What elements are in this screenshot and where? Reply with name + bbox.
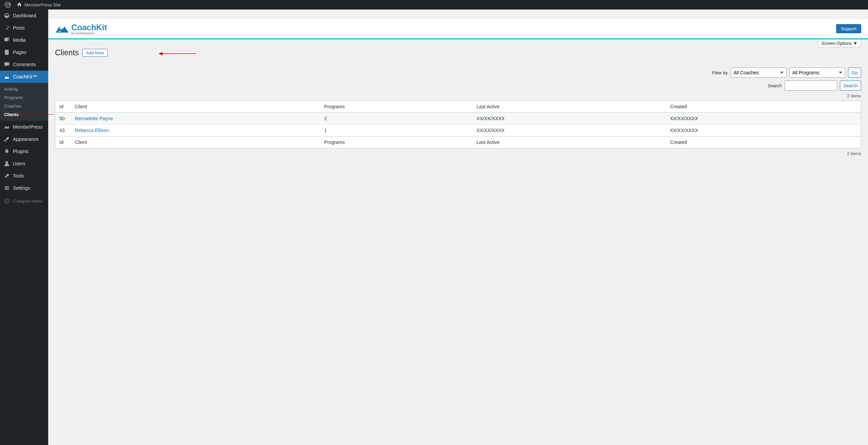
filter-go-button[interactable]: Go xyxy=(848,68,861,78)
cell-created: XX/XX/XXXX xyxy=(667,113,861,125)
pages-icon xyxy=(3,49,10,56)
svg-point-0 xyxy=(5,2,11,7)
sidebar-item-users[interactable]: Users xyxy=(0,157,48,163)
sidebar-label: Appearance xyxy=(13,136,39,142)
submenu-clients[interactable]: Clients xyxy=(0,110,48,119)
svg-marker-16 xyxy=(159,52,163,55)
memberpress-icon xyxy=(3,124,10,130)
mountain-icon: m xyxy=(55,24,69,34)
filters-row: Filter by All Coaches All Programs Go xyxy=(55,68,861,78)
col-programs[interactable]: Programs xyxy=(321,101,473,113)
col-created[interactable]: Created xyxy=(667,101,861,113)
table-row: 50 Bernadette Payne 2 XX/XX/XXXX XX/XX/X… xyxy=(55,113,861,125)
table-row: 43 Rebecca Ellison 1 XX/XX/XXXX XX/XX/XX… xyxy=(55,125,861,136)
search-input[interactable] xyxy=(784,80,837,91)
sidebar-label: Plugins xyxy=(13,149,29,154)
col-last-active[interactable]: Last Active xyxy=(473,101,667,113)
support-button[interactable]: Support xyxy=(836,24,861,33)
submenu-coaches[interactable]: Coaches xyxy=(0,102,48,110)
chevron-down-icon: ▼ xyxy=(853,41,857,46)
submenu-activity[interactable]: Activity xyxy=(0,85,48,93)
wp-logo[interactable] xyxy=(2,2,14,8)
cell-id: 50 xyxy=(55,113,72,125)
sidebar-item-posts[interactable]: Posts xyxy=(0,22,48,34)
filter-coaches-select[interactable]: All Coaches xyxy=(731,68,787,78)
pin-icon xyxy=(3,24,10,31)
svg-rect-2 xyxy=(5,50,9,55)
sidebar-item-coachkit[interactable]: CoachKit™ xyxy=(0,71,48,83)
site-link[interactable]: MemberPress Site xyxy=(14,2,63,8)
user-icon xyxy=(3,160,10,163)
col-client[interactable]: Client xyxy=(72,101,321,113)
sidebar-item-pages[interactable]: Pages xyxy=(0,46,48,58)
sidebar-label: Posts xyxy=(13,25,25,31)
brush-icon xyxy=(3,136,10,143)
cell-last-active: XX/XX/XXXX xyxy=(473,125,667,136)
wordpress-icon xyxy=(5,2,11,8)
sidebar-item-dashboard[interactable]: Dashboard xyxy=(0,10,48,22)
sidebar-label: Pages xyxy=(13,50,26,55)
cell-id: 43 xyxy=(55,125,72,136)
search-row: Search Search xyxy=(55,80,861,91)
submenu-programs[interactable]: Programs xyxy=(0,93,48,102)
cell-programs: 1 xyxy=(321,125,473,136)
sidebar-item-plugins[interactable]: Plugins xyxy=(0,145,48,157)
sidebar-item-media[interactable]: Media xyxy=(0,34,48,46)
col-programs[interactable]: Programs xyxy=(321,136,473,148)
search-button[interactable]: Search xyxy=(840,80,861,91)
filter-programs-select[interactable]: All Programs xyxy=(789,68,845,78)
annotation-arrow-add-new xyxy=(159,52,196,56)
sidebar-item-appearance[interactable]: Appearance xyxy=(0,133,48,145)
sidebar-label: Dashboard xyxy=(13,13,36,18)
items-count-bottom: 2 items xyxy=(55,151,861,156)
admin-bar: MemberPress Site xyxy=(0,0,868,10)
screen-options-toggle[interactable]: Screen Options ▼ xyxy=(818,39,861,48)
main-content: m CoachKit by memberpress Support Screen… xyxy=(48,19,868,163)
comment-icon xyxy=(3,61,10,68)
filter-by-label: Filter by xyxy=(712,70,727,75)
col-id[interactable]: Id xyxy=(55,101,72,113)
col-client[interactable]: Client xyxy=(72,136,321,148)
svg-point-5 xyxy=(5,161,8,163)
sidebar-label: CoachKit™ xyxy=(13,74,37,79)
client-link[interactable]: Rebecca Ellison xyxy=(75,128,109,133)
media-icon xyxy=(3,37,10,43)
cell-last-active: XX/XX/XXXX xyxy=(473,113,667,125)
sidebar-label: Media xyxy=(13,37,26,43)
home-icon xyxy=(16,2,22,8)
sidebar-label: Comments xyxy=(13,62,36,67)
sidebar-label: MemberPress xyxy=(13,124,42,130)
logo-text: CoachKit xyxy=(71,23,107,32)
plug-icon xyxy=(3,148,10,155)
sidebar-item-comments[interactable]: Comments xyxy=(0,58,48,71)
col-id[interactable]: Id xyxy=(55,136,72,148)
page-title: Clients xyxy=(55,48,79,57)
add-new-button[interactable]: Add New xyxy=(82,49,108,57)
svg-point-1 xyxy=(5,39,6,40)
admin-sidebar: Dashboard Posts Media Pages Comments Coa… xyxy=(0,10,48,163)
svg-text:m: m xyxy=(59,30,61,33)
chart-icon xyxy=(3,73,10,80)
col-created[interactable]: Created xyxy=(667,136,861,148)
sidebar-label: Users xyxy=(13,161,25,163)
items-count-top: 2 items xyxy=(55,93,861,98)
coachkit-header: m CoachKit by memberpress Support xyxy=(48,19,868,39)
coachkit-submenu: Activity Programs Coaches Clients xyxy=(0,83,48,121)
clients-table: Id Client Programs Last Active Created 5… xyxy=(55,100,861,148)
site-name: MemberPress Site xyxy=(24,2,61,7)
client-link[interactable]: Bernadette Payne xyxy=(75,116,113,121)
coachkit-logo: m CoachKit by memberpress xyxy=(55,23,107,35)
table-header-row: Id Client Programs Last Active Created xyxy=(55,101,861,113)
cell-programs: 2 xyxy=(321,113,473,125)
table-footer-row: Id Client Programs Last Active Created xyxy=(55,136,861,148)
sidebar-item-memberpress[interactable]: MemberPress xyxy=(0,121,48,133)
search-label: Search xyxy=(768,83,782,88)
dashboard-icon xyxy=(3,12,10,19)
cell-created: XX/XX/XXXX xyxy=(667,125,861,136)
col-last-active[interactable]: Last Active xyxy=(473,136,667,148)
